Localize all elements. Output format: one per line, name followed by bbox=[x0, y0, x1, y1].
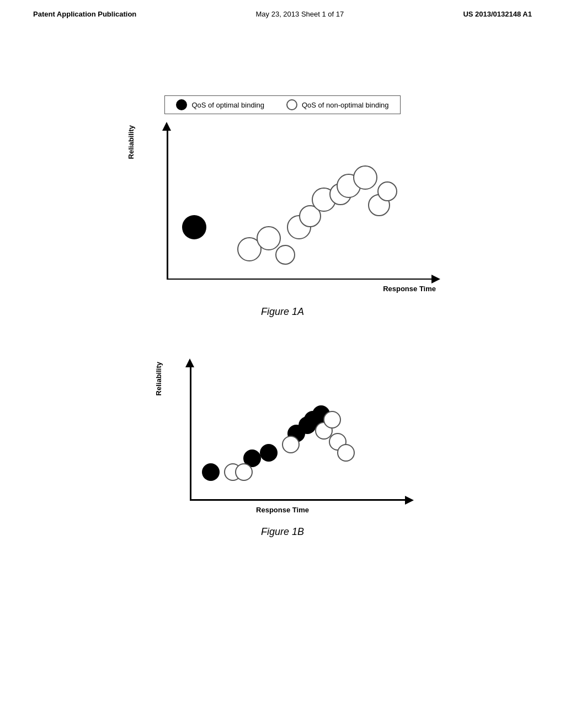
y-axis-1b bbox=[190, 362, 191, 501]
legend-filled-label: QoS of optimal binding bbox=[191, 101, 264, 109]
dot-empty-1b bbox=[282, 436, 300, 453]
y-axis-label-1b: Reliability bbox=[154, 362, 163, 395]
legend-empty-circle bbox=[286, 99, 297, 110]
y-axis-arrow-1b bbox=[185, 358, 194, 367]
x-axis-arrow-1a bbox=[431, 275, 440, 283]
dot-empty-1b bbox=[337, 444, 355, 462]
header-center: May 23, 2013 Sheet 1 of 17 bbox=[256, 10, 344, 18]
y-axis-arrow-1a bbox=[162, 122, 171, 131]
figure-1a-section: QoS of optimal binding QoS of non-optima… bbox=[33, 95, 532, 318]
dot-empty-1a bbox=[257, 226, 281, 250]
page-header: Patent Application Publication May 23, 2… bbox=[0, 0, 565, 18]
figure-1b-caption: Figure 1B bbox=[261, 526, 304, 538]
figure-1a-caption: Figure 1A bbox=[261, 306, 304, 318]
dot-empty-1a bbox=[275, 245, 295, 265]
main-content: QoS of optimal binding QoS of non-optima… bbox=[0, 18, 565, 582]
y-axis-1a bbox=[167, 125, 168, 280]
x-axis-arrow-1b bbox=[405, 496, 414, 505]
chart-1b: Reliability Response Time bbox=[150, 356, 415, 516]
header-left: Patent Application Publication bbox=[33, 10, 136, 18]
legend: QoS of optimal binding QoS of non-optima… bbox=[164, 95, 400, 114]
dot-empty-1b bbox=[235, 463, 253, 481]
chart-1a: Reliability Response Time bbox=[122, 120, 443, 296]
dot-filled-1b bbox=[202, 463, 220, 481]
x-axis-1b bbox=[190, 499, 411, 501]
dot-filled-1b bbox=[260, 444, 278, 462]
dot-empty-1b bbox=[323, 411, 341, 429]
y-axis-label-1a: Reliability bbox=[127, 125, 135, 159]
legend-empty-label: QoS of non-optimal binding bbox=[302, 101, 389, 109]
x-axis-label-1a: Response Time bbox=[383, 285, 436, 293]
x-axis-1a bbox=[167, 279, 437, 280]
legend-filled-circle bbox=[176, 99, 187, 110]
x-axis-label-1b: Response Time bbox=[256, 506, 309, 514]
header-right: US 2013/0132148 A1 bbox=[463, 10, 532, 18]
figure-1b-section: Reliability Response Time Figure 1B bbox=[33, 356, 532, 538]
dot-filled-1a bbox=[182, 215, 206, 239]
legend-item-filled: QoS of optimal binding bbox=[176, 99, 264, 110]
dot-empty-1a bbox=[353, 165, 377, 190]
dot-empty-1a bbox=[377, 181, 397, 201]
legend-item-empty: QoS of non-optimal binding bbox=[286, 99, 389, 110]
